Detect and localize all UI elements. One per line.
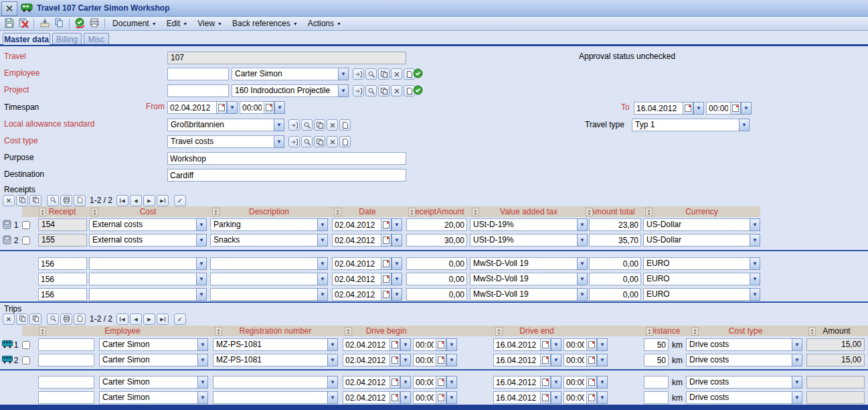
sort-icon[interactable]: ▲▼	[472, 208, 479, 216]
row-checkbox[interactable]	[22, 221, 30, 229]
calendar-button[interactable]	[541, 338, 551, 351]
copy-value-button[interactable]	[378, 68, 389, 80]
apply-button[interactable]: ✓	[174, 195, 186, 206]
receipt-amount-input[interactable]	[406, 288, 467, 301]
project-dropdown-button[interactable]: ▼	[338, 84, 349, 97]
dropdown-button[interactable]: ▼	[317, 273, 328, 285]
distance-input[interactable]	[644, 376, 669, 389]
copy-value-button[interactable]	[314, 119, 325, 131]
sort-icon[interactable]: ▲▼	[808, 327, 816, 336]
row-checkbox[interactable]	[22, 356, 30, 364]
calendar-button[interactable]	[264, 101, 274, 114]
tab-billing[interactable]: Billing	[52, 33, 82, 45]
cost-value[interactable]	[89, 257, 196, 270]
vat-value[interactable]: USt-D-19%	[470, 218, 577, 231]
calendar-button[interactable]	[381, 257, 392, 270]
cost-type-value[interactable]: Drive costs	[686, 391, 792, 404]
calendar-button[interactable]	[390, 391, 400, 404]
delete-row-button[interactable]: ✕	[3, 195, 15, 206]
receipt-number-input[interactable]	[38, 257, 87, 270]
copy-value-button[interactable]	[378, 85, 389, 96]
sort-icon[interactable]: ▲▼	[646, 327, 653, 336]
vat-value[interactable]: MwSt-D-Voll 19	[470, 257, 577, 270]
dropdown-button[interactable]: ▼	[327, 354, 338, 366]
dropdown-button[interactable]: ▼	[551, 391, 561, 404]
receipts-header-receipt[interactable]: ▲▼Receipt	[37, 206, 88, 217]
calendar-button[interactable]	[587, 391, 597, 404]
dropdown-button[interactable]: ▼	[597, 376, 608, 389]
save-delete-button[interactable]	[16, 17, 30, 30]
receipts-header-receipt-amount[interactable]: ▲▼ReceiptAmount	[406, 206, 467, 217]
dropdown-button[interactable]: ▼	[197, 338, 208, 351]
date-input[interactable]	[343, 338, 390, 351]
receipt-amount-input[interactable]	[406, 257, 467, 270]
receipts-header-description[interactable]: ▲▼Description	[210, 206, 328, 217]
from-time-input[interactable]	[240, 101, 264, 114]
cost-type-value[interactable]: Travel costs	[167, 135, 274, 148]
search-rows-button[interactable]	[47, 314, 59, 325]
date-input[interactable]	[332, 273, 381, 285]
dropdown-button[interactable]: ▼	[792, 376, 802, 389]
dropdown-button[interactable]: ▼	[197, 354, 208, 366]
employee-value[interactable]: Carter Simon	[99, 376, 197, 389]
dropdown-button[interactable]: ▼	[197, 376, 208, 389]
employee-value[interactable]: Carter Simon	[99, 338, 197, 351]
employee-dropdown-value[interactable]: Carter Simon	[232, 68, 338, 80]
receipts-header-cost[interactable]: ▲▼Cost	[89, 206, 207, 217]
next-page-button[interactable]: ▶	[143, 195, 155, 206]
distance-input[interactable]	[644, 354, 669, 366]
dropdown-button[interactable]: ▼	[197, 391, 208, 404]
amount-total-input[interactable]	[589, 273, 641, 285]
date-input[interactable]	[343, 391, 390, 404]
currency-value[interactable]: US-Dollar	[643, 234, 750, 247]
calendar-button[interactable]	[683, 102, 693, 115]
row-checkbox[interactable]	[22, 236, 30, 245]
calendar-button[interactable]	[217, 101, 227, 114]
search-button[interactable]	[301, 119, 313, 131]
calendar-button[interactable]	[436, 354, 446, 366]
time-input[interactable]	[413, 376, 436, 389]
print-rows-button[interactable]	[60, 314, 72, 325]
tab-misc[interactable]: Misc	[84, 33, 109, 45]
time-input[interactable]	[563, 391, 587, 404]
calendar-button[interactable]	[390, 354, 400, 366]
cost-value[interactable]	[89, 288, 196, 301]
menu-document[interactable]: Document▼	[108, 17, 163, 29]
time-input[interactable]	[413, 354, 436, 366]
goto-button[interactable]	[288, 136, 300, 147]
trips-header-registration[interactable]: ▲▼Registration number	[213, 326, 338, 336]
receipts-header-currency[interactable]: ▲▼Currency	[643, 206, 760, 217]
receipts-header-date[interactable]: ▲▼Date	[332, 206, 403, 217]
cost-type-dropdown-button[interactable]: ▼	[274, 135, 284, 148]
sort-icon[interactable]: ▲▼	[39, 208, 46, 216]
dropdown-button[interactable]: ▼	[792, 391, 802, 404]
time-input[interactable]	[413, 391, 436, 404]
apply-button[interactable]: ✓	[174, 314, 186, 325]
print-button[interactable]	[87, 17, 101, 30]
sort-icon[interactable]: ▲▼	[39, 327, 46, 336]
dropdown-button[interactable]: ▼	[317, 234, 328, 247]
search-button[interactable]	[365, 68, 377, 80]
description-value[interactable]	[210, 257, 317, 270]
time-input[interactable]	[563, 354, 587, 366]
trips-header-distance[interactable]: ▲▼Distance	[644, 326, 685, 336]
from-date-input[interactable]	[167, 101, 217, 114]
description-value[interactable]	[210, 273, 317, 285]
dropdown-button[interactable]: ▼	[750, 218, 760, 231]
date-input[interactable]	[332, 218, 381, 231]
currency-value[interactable]: US-Dollar	[643, 218, 750, 231]
calendar-button[interactable]	[436, 338, 446, 351]
date-input[interactable]	[343, 354, 390, 366]
amount-total-input[interactable]	[589, 257, 641, 270]
registration-value[interactable]	[213, 376, 327, 389]
dropdown-button[interactable]: ▼	[400, 391, 411, 404]
dropdown-button[interactable]: ▼	[750, 234, 760, 247]
dropdown-button[interactable]: ▼	[392, 257, 402, 270]
sort-icon[interactable]: ▲▼	[345, 327, 352, 336]
date-input[interactable]	[332, 234, 381, 247]
dropdown-button[interactable]: ▼	[392, 234, 402, 247]
last-page-button[interactable]: ▶	[157, 314, 169, 325]
cost-type-value[interactable]: Drive costs	[686, 354, 792, 366]
dropdown-button[interactable]: ▼	[400, 338, 411, 351]
menu-back-references[interactable]: Back references▼	[228, 17, 304, 29]
